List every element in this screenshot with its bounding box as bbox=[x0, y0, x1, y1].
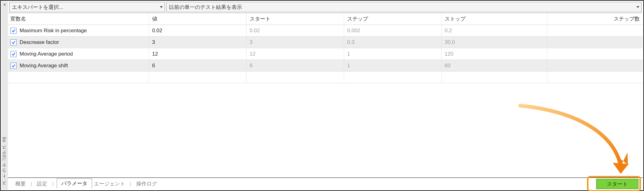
param-value[interactable]: 3 bbox=[149, 37, 247, 48]
tab-parameters[interactable]: パラメータ bbox=[57, 178, 92, 189]
close-icon[interactable]: × bbox=[1, 2, 8, 7]
check-icon bbox=[11, 29, 16, 33]
col-header-value[interactable]: 値 bbox=[149, 13, 247, 25]
check-icon bbox=[11, 40, 16, 45]
tab-overview[interactable]: 概要 bbox=[13, 179, 28, 189]
param-count bbox=[547, 37, 643, 48]
param-stop[interactable]: 60 bbox=[442, 60, 547, 71]
row-checkbox[interactable] bbox=[10, 28, 17, 34]
expert-select-placeholder: エキスパートを選択... bbox=[12, 4, 63, 11]
table-row: Moving Average shift 6 6 1 60 bbox=[8, 60, 643, 72]
col-header-count[interactable]: ステップ数 bbox=[547, 13, 643, 25]
parameters-table: 変数名 値 スタート ステップ ストップ ステップ数 Maximum Risk … bbox=[8, 13, 643, 83]
previous-results-dropdown[interactable]: 以前の単一のテスト結果を表示 bbox=[166, 2, 642, 12]
tab-settings[interactable]: 設定 bbox=[35, 179, 49, 189]
check-icon bbox=[11, 64, 16, 68]
param-step[interactable]: 1 bbox=[344, 60, 442, 71]
param-start[interactable]: 6 bbox=[247, 60, 344, 71]
tab-log[interactable]: 操作ログ bbox=[134, 179, 159, 189]
col-header-start[interactable]: スタート bbox=[247, 13, 344, 25]
tab-agents[interactable]: エージェント bbox=[92, 179, 127, 189]
param-step[interactable]: 1 bbox=[344, 48, 442, 60]
start-button[interactable]: スタート bbox=[596, 179, 638, 189]
param-step[interactable]: 0.002 bbox=[344, 25, 442, 36]
param-name: Moving Average shift bbox=[20, 63, 68, 69]
row-checkbox[interactable] bbox=[10, 51, 17, 57]
col-header-name[interactable]: 変数名 bbox=[8, 13, 149, 25]
row-checkbox[interactable] bbox=[10, 39, 17, 45]
tab-separator: | bbox=[127, 181, 134, 187]
table-row-empty bbox=[8, 72, 643, 83]
param-start[interactable]: 0.02 bbox=[247, 25, 344, 36]
param-start[interactable]: 3 bbox=[247, 37, 344, 48]
chevron-down-icon bbox=[160, 6, 163, 8]
param-name: Maximum Risk in percentage bbox=[20, 28, 87, 34]
bottom-tab-strip: 概要 | 設定 | パラメータ エージェント | 操作ログ スタート bbox=[8, 177, 643, 190]
check-icon bbox=[11, 52, 16, 56]
panel-gutter: × ストラテジーテスター bbox=[1, 1, 8, 190]
param-name: Descrease factor bbox=[20, 39, 59, 45]
strategy-tester-panel: × ストラテジーテスター エキスパートを選択... 以前の単一のテスト結果を表示… bbox=[0, 0, 644, 191]
col-header-stop[interactable]: ストップ bbox=[442, 13, 547, 25]
annotation-arrow-icon bbox=[502, 103, 631, 182]
param-count bbox=[547, 48, 643, 60]
param-value[interactable]: 6 bbox=[149, 60, 247, 71]
param-value[interactable]: 0.02 bbox=[149, 25, 247, 36]
param-start[interactable]: 12 bbox=[247, 48, 344, 60]
param-stop[interactable]: 0.2 bbox=[442, 25, 547, 36]
param-stop[interactable]: 30.0 bbox=[442, 37, 547, 48]
table-row: Descrease factor 3 3 0.3 30.0 bbox=[8, 37, 643, 48]
row-checkbox[interactable] bbox=[10, 63, 17, 69]
param-value[interactable]: 12 bbox=[149, 48, 247, 60]
top-dropdown-row: エキスパートを選択... 以前の単一のテスト結果を表示 bbox=[8, 1, 643, 12]
param-count bbox=[547, 25, 643, 36]
tab-separator: | bbox=[28, 181, 35, 187]
param-count bbox=[547, 60, 643, 71]
table-row: Maximum Risk in percentage 0.02 0.02 0.0… bbox=[8, 25, 643, 37]
tab-separator: | bbox=[49, 181, 56, 187]
expert-select-dropdown[interactable]: エキスパートを選択... bbox=[9, 2, 165, 12]
svg-marker-0 bbox=[613, 163, 629, 174]
panel-content: エキスパートを選択... 以前の単一のテスト結果を表示 変数名 値 スタート ス… bbox=[8, 1, 643, 190]
param-name: Moving Average period bbox=[20, 51, 73, 57]
param-stop[interactable]: 120 bbox=[442, 48, 547, 60]
panel-title-vertical: ストラテジーテスター bbox=[1, 139, 8, 187]
chevron-down-icon bbox=[636, 6, 639, 8]
col-header-step[interactable]: ステップ bbox=[344, 13, 442, 25]
param-step[interactable]: 0.3 bbox=[344, 37, 442, 48]
table-row: Moving Average period 12 12 1 120 bbox=[8, 48, 643, 60]
table-header-row: 変数名 値 スタート ステップ ストップ ステップ数 bbox=[8, 13, 643, 25]
previous-results-label: 以前の単一のテスト結果を表示 bbox=[169, 4, 242, 11]
